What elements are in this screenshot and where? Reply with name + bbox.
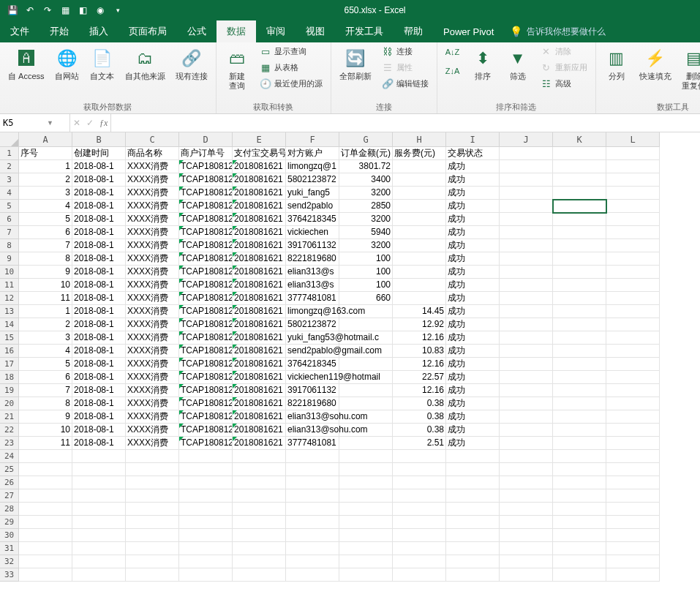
row-header[interactable]: 8 bbox=[0, 239, 19, 252]
cell[interactable]: 成功 bbox=[446, 371, 500, 384]
cell[interactable]: 2850 bbox=[339, 200, 393, 213]
cell[interactable] bbox=[500, 292, 553, 305]
row-header[interactable]: 18 bbox=[0, 371, 19, 384]
cell[interactable] bbox=[339, 437, 393, 450]
cell[interactable] bbox=[19, 489, 72, 503]
from-access-button[interactable]: 🅰自 Access bbox=[4, 44, 48, 84]
cell[interactable]: 成功 bbox=[446, 424, 500, 437]
cell[interactable]: 2018-08-1 bbox=[72, 173, 126, 187]
cell[interactable] bbox=[19, 516, 72, 529]
cell[interactable]: 100 bbox=[339, 266, 393, 279]
cell[interactable]: 0.38 bbox=[393, 397, 446, 410]
cell[interactable]: 2018-08-1 bbox=[72, 410, 126, 424]
cell[interactable] bbox=[339, 476, 393, 489]
cell[interactable]: 2 bbox=[19, 318, 72, 331]
cell[interactable]: TCAP180812 bbox=[179, 252, 233, 266]
cell[interactable]: 2018-08-1 bbox=[72, 318, 126, 331]
connections-button[interactable]: ⛓连接 bbox=[378, 44, 432, 59]
cell[interactable]: TCAP180812 bbox=[179, 397, 233, 410]
cell[interactable] bbox=[500, 160, 553, 173]
cell[interactable]: 11 bbox=[19, 292, 72, 305]
cell[interactable] bbox=[286, 529, 339, 542]
cell[interactable] bbox=[339, 397, 393, 410]
cell[interactable] bbox=[393, 542, 446, 555]
row-header[interactable]: 1 bbox=[0, 147, 19, 160]
cell[interactable]: 100 bbox=[339, 279, 393, 292]
col-header-G[interactable]: G bbox=[339, 132, 393, 147]
cell[interactable]: TCAP180812 bbox=[179, 384, 233, 397]
cell[interactable]: XXXX消费 bbox=[126, 292, 179, 305]
cell[interactable]: 2018081621 bbox=[233, 358, 286, 371]
cell[interactable]: 5 bbox=[19, 213, 72, 226]
tab-insert[interactable]: 插入 bbox=[79, 20, 118, 42]
cell[interactable]: 2018-08-1 bbox=[72, 213, 126, 226]
col-header-K[interactable]: K bbox=[553, 132, 606, 147]
cell[interactable]: yuki_fang5 bbox=[286, 187, 339, 200]
row-header[interactable]: 19 bbox=[0, 384, 19, 397]
cell[interactable]: 成功 bbox=[446, 266, 500, 279]
cell[interactable]: 1 bbox=[19, 305, 72, 318]
cell[interactable]: 成功 bbox=[446, 358, 500, 371]
cell[interactable]: 5940 bbox=[339, 226, 393, 239]
cell[interactable] bbox=[393, 529, 446, 542]
cell[interactable]: 4 bbox=[19, 345, 72, 358]
cell[interactable]: 成功 bbox=[446, 318, 500, 331]
cell[interactable] bbox=[446, 476, 500, 489]
cell[interactable]: 2018081621 bbox=[233, 160, 286, 173]
cell[interactable] bbox=[393, 516, 446, 529]
cell[interactable] bbox=[606, 331, 660, 345]
cell[interactable]: 2018-08-1 bbox=[72, 239, 126, 252]
cell[interactable]: TCAP180812 bbox=[179, 305, 233, 318]
row-header[interactable]: 15 bbox=[0, 331, 19, 345]
cell[interactable] bbox=[553, 371, 606, 384]
cell[interactable]: 成功 bbox=[446, 410, 500, 424]
row-header[interactable]: 4 bbox=[0, 187, 19, 200]
cell[interactable] bbox=[606, 252, 660, 266]
cell[interactable]: XXXX消费 bbox=[126, 318, 179, 331]
cell[interactable] bbox=[500, 384, 553, 397]
cell[interactable] bbox=[126, 489, 179, 503]
cell[interactable]: 2.51 bbox=[393, 437, 446, 450]
col-header-H[interactable]: H bbox=[393, 132, 446, 147]
cell[interactable] bbox=[553, 555, 606, 568]
from-other-button[interactable]: 🗂自其他来源 bbox=[121, 44, 169, 84]
cell[interactable] bbox=[72, 529, 126, 542]
cell[interactable] bbox=[339, 542, 393, 555]
cell[interactable]: 2018081621 bbox=[233, 331, 286, 345]
cell[interactable]: 2018081621 bbox=[233, 371, 286, 384]
cell[interactable] bbox=[553, 200, 606, 213]
cell[interactable] bbox=[339, 489, 393, 503]
cell[interactable] bbox=[179, 450, 233, 463]
cell[interactable] bbox=[553, 239, 606, 252]
cell[interactable] bbox=[126, 542, 179, 555]
cell[interactable] bbox=[500, 200, 553, 213]
row-header[interactable]: 13 bbox=[0, 305, 19, 318]
cell[interactable]: 2018081621 bbox=[233, 266, 286, 279]
cell[interactable]: 22.57 bbox=[393, 371, 446, 384]
cell[interactable] bbox=[606, 476, 660, 489]
row-header[interactable]: 24 bbox=[0, 450, 19, 463]
cell[interactable] bbox=[446, 568, 500, 582]
cell[interactable]: 3764218345 bbox=[286, 213, 339, 226]
row-header[interactable]: 5 bbox=[0, 200, 19, 213]
edit-links-button[interactable]: 🔗编辑链接 bbox=[378, 76, 432, 91]
cell[interactable] bbox=[72, 489, 126, 503]
cell[interactable] bbox=[393, 279, 446, 292]
cell[interactable] bbox=[606, 226, 660, 239]
cell[interactable] bbox=[233, 489, 286, 503]
row-header[interactable]: 30 bbox=[0, 529, 19, 542]
cell[interactable] bbox=[500, 279, 553, 292]
cell[interactable] bbox=[19, 542, 72, 555]
cell[interactable] bbox=[500, 410, 553, 424]
cell[interactable]: 5802123872 bbox=[286, 318, 339, 331]
cell[interactable]: XXXX消费 bbox=[126, 266, 179, 279]
row-header[interactable]: 9 bbox=[0, 252, 19, 266]
cell[interactable] bbox=[339, 555, 393, 568]
row-header[interactable]: 26 bbox=[0, 476, 19, 489]
cell[interactable]: 成功 bbox=[446, 345, 500, 358]
cell[interactable]: 2018081621 bbox=[233, 200, 286, 213]
cell[interactable] bbox=[233, 450, 286, 463]
cell[interactable] bbox=[339, 503, 393, 516]
cell[interactable] bbox=[126, 476, 179, 489]
cell[interactable] bbox=[553, 318, 606, 331]
